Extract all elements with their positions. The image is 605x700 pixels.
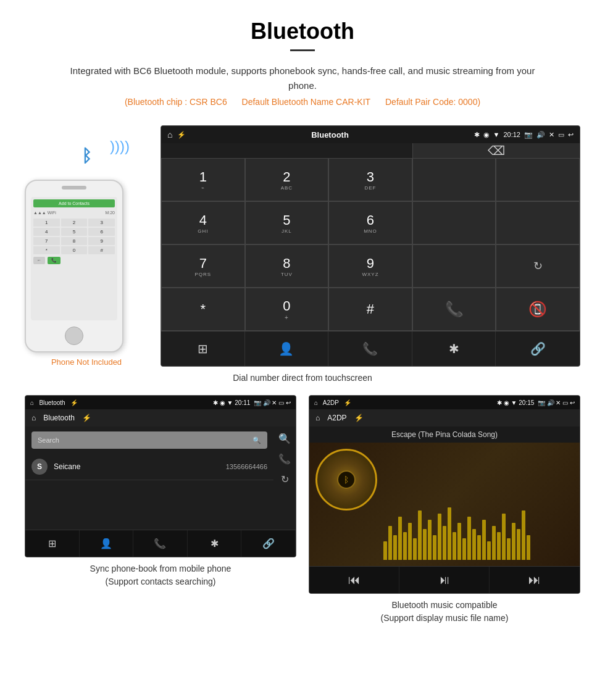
pb-content-area: Search 🔍 S Seicane 13566664466 bbox=[25, 427, 273, 530]
eq-bar-29 bbox=[522, 510, 525, 560]
phone-key-1: 1 bbox=[33, 219, 60, 227]
pb-action-link-icon[interactable]: 🔗 bbox=[241, 530, 296, 557]
dial-status-right: ✱ ◉ ▼ 20:12 📷 🔊 ✕ ▭ ↩ bbox=[474, 131, 574, 139]
phone-speaker bbox=[62, 186, 86, 190]
eq-bar-22 bbox=[487, 541, 491, 560]
phonebook-caption: Sync phone-book from mobile phone (Suppo… bbox=[25, 562, 296, 588]
key-9[interactable]: 9WXYZ bbox=[328, 244, 412, 288]
spec-chip: (Bluetooth chip : CSR BC6 bbox=[125, 97, 227, 107]
pb-contact-avatar: S bbox=[31, 459, 48, 475]
bluetooth-waves-area: ᛒ )))) bbox=[25, 138, 148, 175]
phone-keypad: 1 2 3 4 5 6 7 8 9 * 0 # bbox=[33, 219, 115, 254]
pb-main-row: Search 🔍 S Seicane 13566664466 bbox=[25, 427, 296, 530]
phone-call-btn: 📞 bbox=[48, 257, 60, 264]
action-link-icon[interactable]: 🔗 bbox=[496, 331, 580, 366]
pb-action-phone-icon[interactable]: 📞 bbox=[133, 530, 188, 557]
eq-bar-14 bbox=[448, 507, 451, 560]
ms-equalizer-visualizer bbox=[383, 455, 574, 560]
phone-not-included-label: Phone Not Included bbox=[25, 357, 148, 367]
phone-key-4: 4 bbox=[33, 228, 60, 236]
phone-device-image: Add to Contacts ▲▲▲ WiFi M:20 1 2 3 4 5 … bbox=[25, 180, 123, 352]
refresh-button[interactable]: ↻ bbox=[496, 244, 580, 288]
phone-key-7: 7 bbox=[33, 237, 60, 245]
eq-bar-2 bbox=[388, 526, 392, 560]
action-calls-icon[interactable]: 📞 bbox=[328, 331, 412, 366]
action-keypad-icon[interactable]: ⊞ bbox=[161, 331, 245, 366]
call-green-button[interactable]: 📞 bbox=[412, 288, 496, 331]
backspace-button[interactable]: ⌫ bbox=[412, 143, 580, 158]
key-8[interactable]: 8TUV bbox=[245, 244, 329, 288]
phonebook-screen: ⌂ Bluetooth ⚡ ✱ ◉ ▼ 20:11 📷 🔊 ✕ ▭ ↩ ⌂ Bl… bbox=[25, 395, 296, 557]
pb-status-right: ✱ ◉ ▼ 20:11 📷 🔊 ✕ ▭ ↩ bbox=[213, 399, 291, 406]
ms-album-inner-circle: ᛒ bbox=[337, 470, 356, 489]
keypad-empty-3 bbox=[412, 201, 496, 244]
dial-location-icon: ◉ bbox=[483, 131, 490, 139]
eq-bar-30 bbox=[527, 535, 530, 560]
key-star[interactable]: * bbox=[161, 288, 245, 331]
ms-next-button[interactable]: ⏭ bbox=[490, 567, 580, 593]
dial-back-icon: ↩ bbox=[568, 131, 574, 139]
eq-bar-11 bbox=[433, 535, 436, 560]
pb-right-call-icon[interactable]: 📞 bbox=[278, 453, 291, 465]
pb-action-bt-icon[interactable]: ✱ bbox=[188, 530, 242, 557]
music-screen: ⌂ A2DP ⚡ ✱ ◉ ▼ 20:15 📷 🔊 ✕ ▭ ↩ ⌂ A2DP ⚡ … bbox=[309, 395, 580, 594]
dial-number-display bbox=[161, 143, 412, 158]
phonebook-caption-line1: Sync phone-book from mobile phone bbox=[90, 564, 232, 573]
key-0[interactable]: 0+ bbox=[245, 288, 329, 331]
phone-screen-header-text: Add to Contacts bbox=[59, 201, 90, 206]
key-hash[interactable]: # bbox=[328, 288, 412, 331]
bt-signal-waves-icon: )))) bbox=[110, 138, 130, 155]
phone-key-9: 9 bbox=[88, 237, 115, 245]
pb-contact-row: S Seicane 13566664466 bbox=[25, 454, 273, 480]
pb-action-bar: ⊞ 👤 📞 ✱ 🔗 bbox=[25, 530, 296, 557]
key-2[interactable]: 2ABC bbox=[245, 158, 329, 201]
pb-empty-space bbox=[25, 480, 273, 530]
dial-title: Bluetooth bbox=[311, 130, 349, 140]
action-bluetooth-icon[interactable]: ✱ bbox=[412, 331, 496, 366]
dial-time: 20:12 bbox=[503, 131, 520, 138]
eq-bar-17 bbox=[462, 538, 466, 560]
phonebook-caption-line2: (Support contacts searching) bbox=[106, 577, 216, 586]
pb-action-grid-icon[interactable]: ⊞ bbox=[25, 530, 80, 557]
phone-screen: Add to Contacts ▲▲▲ WiFi M:20 1 2 3 4 5 … bbox=[31, 197, 117, 320]
keypad-empty-5 bbox=[412, 244, 496, 288]
pb-right-refresh-icon[interactable]: ↻ bbox=[281, 473, 289, 485]
ms-a2dp-label: A2DP bbox=[327, 414, 346, 422]
key-4[interactable]: 4GHI bbox=[161, 201, 245, 244]
eq-bar-19 bbox=[472, 529, 476, 560]
eq-bar-18 bbox=[467, 517, 471, 560]
music-screenshot-block: ⌂ A2DP ⚡ ✱ ◉ ▼ 20:15 📷 🔊 ✕ ▭ ↩ ⌂ A2DP ⚡ … bbox=[309, 395, 580, 625]
key-7[interactable]: 7PQRS bbox=[161, 244, 245, 288]
music-caption-line1: Bluetooth music compatible bbox=[391, 600, 497, 610]
pb-home-icon: ⌂ bbox=[31, 414, 36, 422]
pb-right-search-icon[interactable]: 🔍 bbox=[278, 433, 291, 444]
key-1[interactable]: 1⌁ bbox=[161, 158, 245, 201]
ms-prev-button[interactable]: ⏮ bbox=[309, 567, 399, 593]
key-5[interactable]: 5JKL bbox=[245, 201, 329, 244]
ms-playpause-button[interactable]: ⏯ bbox=[399, 567, 490, 593]
action-contacts-icon[interactable]: 👤 bbox=[245, 331, 329, 366]
eq-bar-27 bbox=[512, 523, 515, 560]
pb-right-icons: 🔍 📞 ↻ bbox=[273, 427, 296, 530]
ms-usb-icon: ⚡ bbox=[354, 414, 364, 422]
ms-status-bar: ⌂ A2DP ⚡ ✱ ◉ ▼ 20:15 📷 🔊 ✕ ▭ ↩ bbox=[309, 396, 580, 409]
ms-home-icon: ⌂ bbox=[315, 414, 320, 422]
phone-screen-header: Add to Contacts bbox=[33, 199, 115, 207]
key-6[interactable]: 6MNO bbox=[328, 201, 412, 244]
dial-usb-icon: ⚡ bbox=[177, 131, 186, 139]
phone-home-button bbox=[65, 327, 83, 345]
dial-camera-icon: 📷 bbox=[524, 131, 533, 139]
dial-action-bar: ⊞ 👤 📞 ✱ 🔗 bbox=[161, 331, 580, 366]
music-caption-line2: (Support display music file name) bbox=[381, 613, 509, 623]
ms-bt-icon: ᛒ bbox=[344, 475, 349, 485]
key-3[interactable]: 3DEF bbox=[328, 158, 412, 201]
ms-controls-bar: ⏮ ⏯ ⏭ bbox=[309, 566, 580, 593]
call-red-button[interactable]: 📵 bbox=[496, 288, 580, 331]
bluetooth-symbol-icon: ᛒ bbox=[81, 146, 92, 166]
phone-key-star: * bbox=[33, 246, 60, 254]
pb-search-bar[interactable]: Search 🔍 bbox=[31, 431, 267, 449]
pb-action-person-icon[interactable]: 👤 bbox=[80, 530, 134, 557]
spec-pair: Default Pair Code: 0000) bbox=[385, 97, 480, 107]
title-divider bbox=[290, 49, 315, 51]
pb-bt-icon: Bluetooth bbox=[43, 414, 75, 422]
